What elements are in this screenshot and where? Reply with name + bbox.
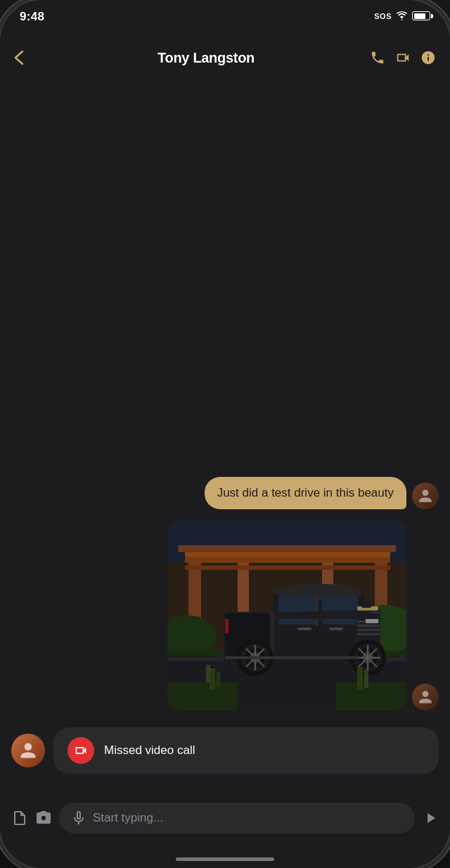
contact-avatar — [11, 734, 45, 767]
message-input-field[interactable]: Start typing... — [59, 803, 415, 834]
svg-rect-53 — [361, 601, 371, 608]
video-call-button[interactable] — [395, 50, 411, 65]
home-bar — [176, 857, 274, 861]
info-button[interactable] — [420, 50, 436, 65]
sos-indicator: SOS — [374, 12, 392, 20]
status-icons: SOS — [374, 10, 430, 20]
input-area: Start typing... — [0, 793, 450, 850]
svg-rect-21 — [322, 596, 359, 625]
svg-rect-31 — [357, 633, 380, 635]
back-button[interactable] — [14, 50, 42, 65]
svg-rect-9 — [185, 566, 390, 570]
mic-button[interactable] — [70, 810, 87, 826]
svg-rect-20 — [278, 596, 317, 625]
camera-button[interactable] — [35, 810, 52, 826]
missed-call-bubble: Missed video call — [53, 727, 439, 774]
notch — [162, 0, 288, 24]
svg-rect-51 — [297, 627, 311, 630]
missed-call-row: Missed video call — [11, 727, 439, 774]
svg-rect-55 — [225, 656, 359, 659]
nav-bar: Tony Langston — [0, 38, 450, 77]
svg-rect-59 — [357, 667, 363, 689]
missed-call-text: Missed video call — [104, 743, 195, 758]
svg-rect-58 — [217, 672, 220, 687]
svg-rect-60 — [364, 670, 368, 688]
truck-scene-svg — [167, 521, 406, 710]
svg-rect-22 — [316, 595, 319, 626]
svg-rect-57 — [206, 665, 210, 682]
missed-video-icon — [68, 737, 94, 764]
phone-call-button[interactable] — [370, 50, 385, 65]
svg-rect-7 — [178, 545, 396, 552]
phone-frame: 9:48 SOS — [0, 0, 450, 868]
svg-rect-29 — [357, 625, 380, 627]
contact-name: Tony Langston — [158, 50, 255, 66]
home-indicator — [0, 850, 450, 868]
wifi-icon — [396, 11, 408, 20]
svg-rect-30 — [357, 629, 380, 631]
send-button[interactable] — [422, 810, 439, 826]
battery-icon — [412, 11, 430, 20]
svg-rect-15 — [167, 682, 238, 710]
svg-rect-52 — [329, 627, 343, 630]
message-bubble-text: Just did a test drive in this beauty — [205, 477, 406, 509]
sender-avatar-image — [412, 684, 439, 710]
truck-image-bubble — [167, 521, 406, 710]
phone-screen: 9:48 SOS — [0, 0, 450, 868]
messages-area: Just did a test drive in this beauty — [0, 77, 450, 793]
message-outgoing-image — [11, 521, 439, 710]
message-text: Just did a test drive in this beauty — [217, 486, 394, 499]
message-outgoing-text: Just did a test drive in this beauty — [11, 477, 439, 509]
status-time: 9:48 — [20, 10, 44, 24]
svg-rect-8 — [185, 557, 390, 563]
input-placeholder-text: Start typing... — [93, 811, 163, 825]
svg-rect-56 — [210, 668, 215, 689]
svg-rect-54 — [225, 619, 229, 633]
sender-avatar — [412, 483, 439, 509]
file-attach-button[interactable] — [11, 810, 28, 826]
nav-actions — [370, 50, 436, 65]
svg-rect-16 — [336, 682, 406, 710]
